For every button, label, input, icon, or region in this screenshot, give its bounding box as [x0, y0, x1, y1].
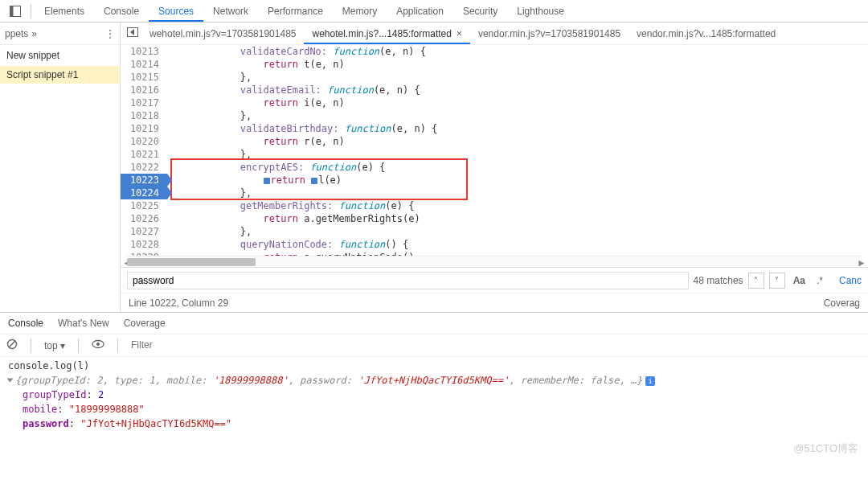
line-number-breakpoint[interactable]: 10224 [121, 187, 167, 199]
file-tab[interactable]: wehotel.min.js?v=1703581901485 [141, 23, 304, 44]
search-match-count: 48 matches [694, 275, 743, 286]
snippets-pane-header: ppets » ⋮ [0, 23, 120, 45]
line-number[interactable]: 10225 [121, 199, 167, 212]
line-number[interactable]: 10217 [121, 96, 167, 109]
console-toolbar: top ▾ [0, 334, 868, 357]
nav-back-icon[interactable] [124, 27, 141, 39]
search-prev-button[interactable]: ˄ [748, 273, 764, 289]
console-object-prop: password: "JfYot+NjHbQacTYI6d5KMQ==" [8, 416, 860, 431]
clear-console-icon[interactable] [6, 338, 18, 352]
svg-line-5 [9, 341, 15, 347]
svg-marker-3 [130, 29, 134, 35]
console-object-prop: mobile: "18999998888" [8, 402, 860, 416]
file-tab-strip: wehotel.min.js?v=1703581901485 wehotel.m… [121, 23, 868, 45]
file-tab[interactable]: vendor.min.js?v...1485:formatted [628, 23, 784, 44]
scrollbar-thumb[interactable] [127, 258, 256, 266]
tab-application[interactable]: Application [387, 1, 453, 22]
search-cancel-button[interactable]: Canc [831, 275, 862, 286]
live-expression-icon[interactable] [92, 339, 104, 351]
separator [117, 338, 118, 353]
file-tab-active[interactable]: wehotel.min.js?...1485:formatted × [304, 23, 469, 44]
search-bar: 48 matches ˄ ˅ Aa .* Canc [121, 267, 868, 293]
separator [78, 338, 79, 353]
inline-breakpoint-icon[interactable] [311, 178, 317, 184]
separator [31, 338, 31, 353]
regex-toggle[interactable]: .* [813, 275, 826, 286]
search-input[interactable] [127, 272, 689, 289]
line-number[interactable]: 10221 [121, 148, 167, 161]
inline-breakpoint-icon[interactable] [264, 178, 270, 184]
snippets-pane: ppets » ⋮ New snippet Script snippet #1 [0, 23, 121, 312]
tab-elements[interactable]: Elements [35, 1, 94, 22]
tab-security[interactable]: Security [453, 1, 507, 22]
dock-side-icon[interactable] [8, 4, 23, 18]
line-number[interactable]: 10227 [121, 225, 167, 238]
new-snippet-button[interactable]: New snippet [0, 45, 120, 66]
line-number[interactable]: 10222 [121, 161, 167, 174]
scroll-right-icon[interactable]: ► [857, 257, 866, 269]
cursor-position: Line 10222, Column 29 [129, 297, 228, 309]
drawer-tab-console[interactable]: Console [8, 318, 43, 329]
console-output[interactable]: console.log(l) {groupTypeId: 2, type: 1,… [0, 357, 868, 433]
snippet-item[interactable]: Script snippet #1 [0, 66, 120, 84]
sources-main: ppets » ⋮ New snippet Script snippet #1 … [0, 23, 868, 312]
line-number[interactable]: 10216 [121, 84, 167, 96]
info-icon[interactable]: i [645, 376, 655, 386]
file-tab-label: wehotel.min.js?...1485:formatted [312, 28, 451, 39]
line-number[interactable]: 10218 [121, 109, 167, 122]
kebab-menu-icon[interactable]: ⋮ [105, 28, 115, 39]
line-number[interactable]: 10213 [121, 45, 167, 58]
line-number[interactable]: 10226 [121, 212, 167, 225]
drawer-tab-whatsnew[interactable]: What's New [58, 318, 109, 329]
console-log-call: console.log(l) [8, 359, 860, 373]
console-filter-input[interactable] [131, 338, 292, 354]
separator [31, 4, 31, 18]
line-number[interactable]: 10214 [121, 58, 167, 71]
line-number[interactable]: 10228 [121, 238, 167, 251]
line-number[interactable]: 10220 [121, 135, 167, 148]
code-editor[interactable]: 10213 validateCardNo: function(e, n) { 1… [121, 45, 868, 256]
close-icon[interactable]: × [457, 28, 462, 39]
snippets-pane-title: ppets [5, 28, 28, 39]
editor-column: wehotel.min.js?v=1703581901485 wehotel.m… [121, 23, 868, 312]
tab-performance[interactable]: Performance [258, 1, 333, 22]
coverage-link[interactable]: Coverag [824, 297, 860, 309]
tab-sources[interactable]: Sources [149, 1, 203, 22]
context-selector[interactable]: top ▾ [44, 340, 65, 351]
devtools-panel-tabs: Elements Console Sources Network Perform… [0, 0, 868, 23]
search-next-button[interactable]: ˅ [769, 273, 785, 289]
tab-memory[interactable]: Memory [333, 1, 387, 22]
console-object-prop: groupTypeId: 2 [8, 388, 860, 402]
chevron-right-icon[interactable]: » [31, 28, 37, 39]
editor-status-bar: Line 10222, Column 29 Coverag [121, 293, 868, 312]
svg-rect-1 [10, 6, 14, 16]
file-tab[interactable]: vendor.min.js?v=1703581901485 [470, 23, 628, 44]
tab-lighthouse[interactable]: Lighthouse [507, 1, 574, 22]
console-object-summary[interactable]: {groupTypeId: 2, type: 1, mobile: '18999… [8, 373, 860, 388]
line-number[interactable]: 10215 [121, 71, 167, 84]
drawer-tab-coverage[interactable]: Coverage [124, 318, 166, 329]
line-number-breakpoint[interactable]: 10223 [121, 174, 167, 187]
drawer-tabs: Console What's New Coverage [0, 312, 868, 334]
tab-network[interactable]: Network [203, 1, 258, 22]
expand-icon[interactable] [7, 379, 14, 383]
line-number[interactable]: 10219 [121, 122, 167, 135]
horizontal-scrollbar[interactable]: ◄ ► [127, 256, 862, 267]
svg-point-7 [96, 343, 100, 346]
match-case-toggle[interactable]: Aa [790, 275, 809, 286]
watermark: @51CTO博客 [793, 441, 858, 456]
tab-console[interactable]: Console [94, 1, 149, 22]
